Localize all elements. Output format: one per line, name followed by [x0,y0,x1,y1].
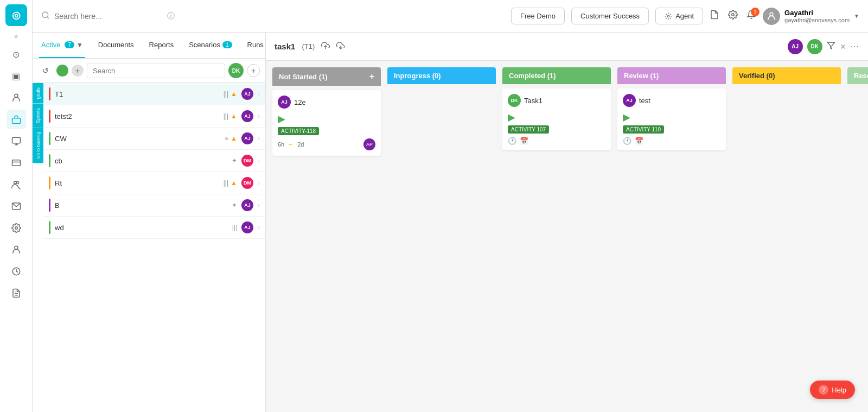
sidebar-icon-card[interactable] [7,153,26,173]
sidebar-icon-email[interactable] [7,197,26,216]
upload-icon[interactable] [321,41,330,52]
card-avatar: AJ [623,94,636,107]
sidebar-icon-group[interactable] [7,175,26,194]
kanban-column-verified: Verified (0) [732,67,841,84]
refresh-button[interactable]: ↺ [38,63,53,78]
user-dropdown-arrow[interactable]: ▼ [854,13,859,19]
sidebar-icon-briefcase[interactable] [7,110,26,129]
list-item[interactable]: CW ≡ ▲ AJ › [43,128,265,150]
sidebar-icon-home[interactable]: ⊙ [7,45,26,64]
goals-label[interactable]: goals [33,83,43,104]
project-search-input[interactable] [87,64,225,78]
kanban-controls: AJ DK ✕ ··· [788,39,859,54]
list-item[interactable]: wd ||| AJ › [43,217,265,239]
sidebar-icon-person[interactable] [7,88,26,107]
play-button[interactable]: ▶ [508,111,605,123]
avatar [763,8,780,25]
tab-scenarios[interactable]: Scenarios 1 [187,33,234,58]
download-icon[interactable] [336,41,345,52]
close-filter-icon[interactable]: ✕ [840,42,846,51]
search-controls: ↺ + DK + [33,59,265,83]
column-header-review: Review (1) [617,67,726,84]
customer-success-button[interactable]: Customer Success [571,8,649,24]
play-button[interactable]: ▶ [623,111,720,123]
expand-icon[interactable]: » [14,33,18,40]
project-icons: ||| ▲ [224,112,237,120]
search-icon [41,11,50,22]
project-name: Rt [55,179,219,187]
projects-list: T1 ||| ▲ AJ › tetst2 ||| [43,83,265,412]
user-area[interactable]: Gayathri gayathri@snovasys.com ▼ [763,8,859,25]
card-avatar: AJ [278,96,291,109]
sidebar-icon-monitor[interactable] [7,131,26,151]
clock-icon[interactable]: 🕐 [508,137,516,145]
clock-icon[interactable]: 🕐 [623,137,631,145]
list-item[interactable]: cb ✦ DM › [43,150,265,172]
add-button[interactable]: + [72,65,84,77]
project-name: wd [55,224,228,232]
calendar-icon[interactable]: 📅 [635,137,643,145]
kanban-card: DK Task1 ▶ ACTIVITY-107 🕐 📅 [502,88,611,150]
list-item[interactable]: B ✦ AJ › [43,194,265,217]
project-name: T1 [55,90,219,98]
active-dropdown-icon[interactable]: ▼ [76,41,83,49]
user-info: Gayathri gayathri@snovasys.com [784,9,850,23]
project-name: CW [55,135,220,143]
project-color-bar [49,221,50,234]
project-icons: ≡ ▲ [225,135,237,142]
project-color-bar [49,132,50,145]
card-avatar: DK [508,94,521,107]
agent-button[interactable]: Agent [655,8,703,24]
help-circle-icon: ? [819,385,828,395]
sidebar-icon-clock[interactable] [7,262,26,281]
side-labels: goals Sprints Go to backlog [33,83,43,412]
list-item[interactable]: tetst2 ||| ▲ AJ › [43,105,265,128]
header-icons: 3 [710,10,756,22]
card-bottom: 🕐 📅 [508,137,605,145]
tab-reports[interactable]: Reports [147,33,176,58]
gear-icon[interactable] [728,10,738,22]
tab-active[interactable]: Active 7 ▼ [39,33,85,58]
status-dot [56,65,68,77]
play-button[interactable]: ▶ [278,113,375,125]
notification-badge: 3 [751,8,760,16]
notification-icon[interactable]: 3 [746,10,756,22]
help-button[interactable]: ? Help [810,381,855,399]
time-text: 6h [278,141,284,148]
free-demo-button[interactable]: Free Demo [511,8,565,24]
app-logo[interactable]: ◎ [5,4,27,26]
svg-point-18 [732,14,735,16]
sidebar-icon-tv[interactable]: ▣ [7,66,26,86]
tab-runs[interactable]: Runs [245,33,266,58]
list-item[interactable]: Rt ||| ▲ DM › [43,172,265,194]
kanban-dk-avatar: DK [807,39,822,54]
project-avatar: AJ [241,88,253,100]
tab-documents[interactable]: Documents [96,33,136,58]
warning-icon: ▲ [231,112,237,120]
svg-point-8 [16,181,19,184]
filter-icon[interactable] [827,41,835,52]
warning-icon: ▲ [231,135,237,142]
sprints-label[interactable]: Sprints [33,104,43,128]
svg-point-15 [42,12,48,18]
more-options-dots[interactable]: ··· [851,42,859,52]
search-input[interactable] [54,12,163,21]
backlog-label[interactable]: Go to backlog [33,128,43,163]
sidebar-icon-user2[interactable] [7,240,26,259]
arrow-right-icon: › [258,135,260,142]
add-person-button[interactable]: + [247,64,260,77]
active-count-badge: 7 [65,41,74,48]
sidebar-icon-report[interactable] [7,283,26,303]
project-icons: ||| [232,224,237,231]
list-item[interactable]: T1 ||| ▲ AJ › [43,83,265,105]
info-icon[interactable]: ⓘ [167,11,175,21]
arrow-right-icon: › [258,224,260,231]
user-email: gayathri@snovasys.com [784,17,850,23]
activity-badge: ACTIVITY-110 [623,125,664,134]
add-task-not-started[interactable]: + [369,72,374,81]
sidebar-icon-settings[interactable] [7,218,26,238]
top-header: ⓘ Free Demo Customer Success Agent 3 [33,0,868,33]
document-icon[interactable] [710,10,719,22]
content-area: Active 7 ▼ Documents Reports Scenarios 1… [33,33,868,412]
calendar-icon[interactable]: 📅 [520,137,528,145]
